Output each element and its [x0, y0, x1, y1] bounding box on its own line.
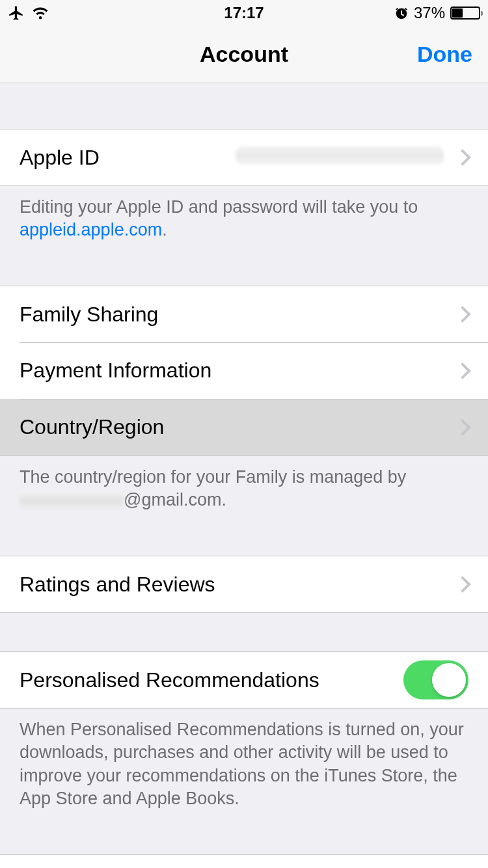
country-region-row[interactable]: Country/Region: [0, 399, 488, 456]
battery-icon: [450, 7, 480, 20]
family-sharing-label: Family Sharing: [20, 303, 158, 327]
personalised-recommendations-toggle[interactable]: [403, 660, 468, 699]
apple-id-footer: Editing your Apple ID and password will …: [0, 185, 488, 260]
chevron-right-icon: [454, 149, 470, 165]
chevron-right-icon: [454, 576, 470, 593]
alarm-icon: [394, 6, 409, 20]
airplane-mode-icon: [8, 5, 25, 21]
done-button[interactable]: Done: [417, 42, 472, 67]
country-region-label: Country/Region: [20, 415, 164, 439]
personalised-recommendations-label: Personalised Recommendations: [20, 668, 319, 692]
chevron-right-icon: [454, 419, 470, 435]
family-sharing-row[interactable]: Family Sharing: [0, 286, 488, 343]
ratings-reviews-label: Ratings and Reviews: [20, 573, 215, 597]
personalised-recommendations-footer: When Personalised Recommendations is tur…: [0, 708, 488, 828]
battery-percentage: 37%: [414, 4, 445, 22]
apple-id-value: [100, 146, 444, 170]
apple-id-label: Apple ID: [20, 146, 100, 170]
nav-bar: Account Done: [0, 26, 488, 83]
chevron-right-icon: [454, 306, 470, 322]
redacted-email-prefix: [20, 493, 124, 509]
personalised-recommendations-row: Personalised Recommendations: [0, 651, 488, 709]
country-region-footer: The country/region for your Family is ma…: [0, 455, 488, 530]
page-title: Account: [200, 42, 288, 67]
apple-id-row[interactable]: Apple ID: [0, 129, 488, 186]
payment-info-label: Payment Information: [20, 359, 211, 383]
next-row-peek[interactable]: [0, 854, 488, 868]
appleid-link[interactable]: appleid.apple.com: [20, 220, 162, 239]
wifi-icon: [31, 6, 49, 20]
payment-info-row[interactable]: Payment Information: [0, 342, 488, 400]
status-time: 17:17: [224, 4, 264, 22]
chevron-right-icon: [454, 362, 470, 379]
status-bar: 17:17 37%: [0, 0, 488, 26]
ratings-reviews-row[interactable]: Ratings and Reviews: [0, 556, 488, 613]
